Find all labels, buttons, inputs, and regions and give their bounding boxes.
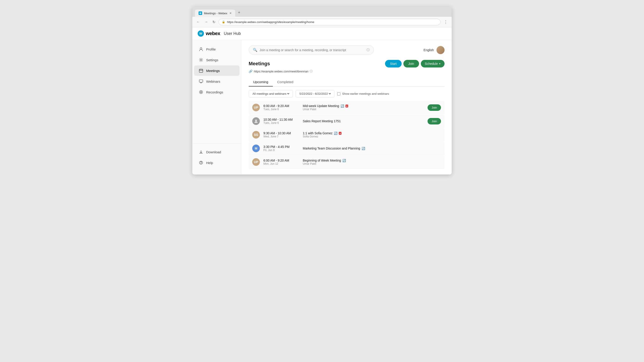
sidebar-item-help[interactable]: Help bbox=[194, 158, 240, 168]
svg-point-9 bbox=[200, 91, 202, 93]
meeting-name: Sales Report Meeting 1751 bbox=[303, 119, 424, 123]
meeting-name: Marketing Team Discussion and Planning 🔄 bbox=[303, 147, 441, 150]
meeting-info: Sales Report Meeting 1751 bbox=[303, 119, 424, 123]
table-row: M 3:30 PM - 4:45 PM Fri, Jun 9 Marketing… bbox=[249, 142, 444, 155]
app-subtitle: User Hub bbox=[224, 31, 241, 36]
meeting-type-select[interactable]: All meetings and webinars bbox=[252, 92, 290, 96]
url-text: https://example.webex.com/webappng/sites… bbox=[227, 20, 314, 24]
svg-text:W: W bbox=[199, 32, 202, 35]
tab-upcoming[interactable]: Upcoming bbox=[249, 78, 273, 86]
search-info-icon[interactable]: ⓘ bbox=[366, 48, 370, 52]
meeting-host: Umar Patel bbox=[303, 108, 424, 111]
app-container: W webex User Hub bbox=[192, 27, 452, 175]
join-button[interactable]: Join bbox=[404, 60, 419, 67]
tab-close-button[interactable]: ✕ bbox=[230, 12, 232, 15]
meeting-join-button[interactable]: Join bbox=[428, 104, 441, 111]
table-row: UP 6:00 AM - 9:20 AM Tues, June 6 Mid-we… bbox=[249, 101, 444, 114]
avatar bbox=[252, 117, 260, 125]
sidebar-download-label: Download bbox=[206, 150, 221, 154]
meeting-info: Beginning of Week Meeting 🔄 Umar Patel bbox=[303, 159, 441, 165]
sidebar-settings-label: Settings bbox=[206, 58, 218, 62]
search-bar: 🔍 ⓘ bbox=[249, 45, 374, 54]
meeting-info: Mid-week Update Meeting 🔄 ● Umar Patel bbox=[303, 104, 424, 111]
download-icon bbox=[198, 149, 204, 154]
meeting-type-filter[interactable]: All meetings and webinars bbox=[249, 90, 293, 97]
sidebar-help-label: Help bbox=[206, 161, 213, 165]
avatar: M bbox=[252, 145, 260, 152]
sidebar-recordings-label: Recordings bbox=[206, 90, 223, 94]
meeting-name: Beginning of Week Meeting 🔄 bbox=[303, 159, 441, 162]
show-earlier-checkbox[interactable] bbox=[337, 92, 340, 95]
meeting-date: Mon, Jun 12 bbox=[264, 162, 299, 165]
meeting-name: 1:1 with Sofia Gomez 🔄 ● bbox=[303, 131, 441, 135]
sidebar-meetings-label: Meetings bbox=[206, 69, 220, 73]
recurrence-icon: 🔄 bbox=[340, 104, 344, 108]
meeting-time-col: 9:30 AM - 10:30 AM Wed, June 7 bbox=[264, 131, 299, 138]
meeting-url-row: 🔗 https://example.webex.com/meet/ibrenna… bbox=[249, 69, 444, 73]
url-info-icon[interactable]: ⓘ bbox=[310, 69, 312, 73]
sidebar-item-recordings[interactable]: Recordings bbox=[194, 87, 240, 97]
date-range-select[interactable]: 5/22/2022 - 6/22/2022 bbox=[298, 92, 332, 96]
svg-rect-7 bbox=[199, 80, 203, 82]
start-button[interactable]: Start bbox=[385, 60, 402, 67]
search-bar-area: 🔍 ⓘ English bbox=[249, 45, 444, 54]
browser-menu-button[interactable]: ⋮ bbox=[442, 18, 449, 25]
link-icon: 🔗 bbox=[249, 69, 252, 73]
meetings-filters: All meetings and webinars 5/22/2022 - 6/… bbox=[249, 90, 444, 97]
meeting-time: 9:30 AM - 10:30 AM bbox=[264, 131, 299, 135]
meeting-date: Wed, June 7 bbox=[264, 135, 299, 138]
sidebar-nav: Profile Settings bbox=[192, 43, 241, 143]
tab-completed[interactable]: Completed bbox=[273, 78, 298, 86]
recurrence-icon: 🔄 bbox=[334, 132, 338, 135]
meetings-title: Meetings bbox=[249, 61, 270, 67]
schedule-label: Schedule bbox=[425, 62, 438, 65]
meeting-date: Fri, Jun 9 bbox=[264, 149, 299, 152]
sidebar-item-settings[interactable]: Settings bbox=[194, 55, 240, 65]
language-label: English bbox=[424, 48, 434, 52]
app-body: Profile Settings bbox=[192, 40, 452, 175]
show-earlier-text: Show earlier meetings and webinars bbox=[342, 92, 389, 95]
meeting-info: 1:1 with Sofia Gomez 🔄 ● Sofia Gomez bbox=[303, 131, 441, 138]
recurrence-icon: 🔄 bbox=[362, 147, 365, 150]
forward-button[interactable]: → bbox=[203, 19, 209, 25]
meeting-time: 3:30 PM - 4:45 PM bbox=[264, 145, 299, 149]
avatar: UP bbox=[252, 104, 260, 111]
user-avatar[interactable] bbox=[436, 46, 444, 54]
search-icon: 🔍 bbox=[253, 48, 258, 52]
sidebar-bottom: Download Help bbox=[192, 143, 241, 171]
show-earlier-label[interactable]: Show earlier meetings and webinars bbox=[337, 92, 389, 95]
sidebar-item-meetings[interactable]: Meetings bbox=[194, 65, 240, 76]
meetings-header: Meetings Start Join Schedule ▾ bbox=[249, 60, 444, 67]
new-tab-button[interactable]: + bbox=[236, 8, 242, 17]
url-bar[interactable]: 🔒 https://example.webex.com/webappng/sit… bbox=[218, 19, 440, 25]
reload-button[interactable]: ↻ bbox=[211, 19, 217, 25]
sidebar-item-profile[interactable]: Profile bbox=[194, 44, 240, 54]
webex-logo-text: webex bbox=[206, 31, 220, 36]
recording-icon: ● bbox=[346, 105, 348, 107]
sidebar: Profile Settings bbox=[192, 40, 242, 175]
search-input[interactable] bbox=[260, 48, 364, 52]
meetings-list: UP 6:00 AM - 9:20 AM Tues, June 6 Mid-we… bbox=[249, 101, 444, 169]
meeting-date: Tues, June 6 bbox=[264, 121, 299, 124]
sidebar-item-webinars[interactable]: Webinars bbox=[194, 76, 240, 86]
sidebar-item-download[interactable]: Download bbox=[194, 147, 240, 157]
date-range-filter[interactable]: 5/22/2022 - 6/22/2022 bbox=[296, 90, 334, 97]
avatar-image bbox=[436, 46, 444, 54]
schedule-button[interactable]: Schedule ▾ bbox=[421, 60, 444, 67]
browser-tab[interactable]: W Meetings - Webex ✕ bbox=[195, 9, 235, 17]
meeting-host: Sofia Gomez bbox=[303, 135, 441, 138]
help-icon bbox=[198, 160, 204, 165]
svg-point-5 bbox=[200, 59, 202, 60]
app-logo: W webex User Hub bbox=[198, 30, 241, 37]
sidebar-webinars-label: Webinars bbox=[206, 79, 220, 83]
meeting-join-button[interactable]: Join bbox=[428, 118, 441, 124]
meeting-time: 10:30 AM - 11:30 AM bbox=[264, 118, 299, 121]
meeting-time-col: 6:00 AM - 9:20 AM Tues, June 6 bbox=[264, 104, 299, 111]
person-icon bbox=[198, 47, 204, 52]
personal-url-link[interactable]: https://example.webex.com/meet/ibrennan bbox=[254, 70, 308, 73]
record-icon bbox=[198, 90, 204, 94]
sidebar-profile-label: Profile bbox=[206, 47, 216, 51]
table-row: 10:30 AM - 11:30 AM Tues, June 6 Sales R… bbox=[249, 115, 444, 128]
recurrence-icon: 🔄 bbox=[342, 159, 346, 162]
back-button[interactable]: ← bbox=[195, 19, 201, 25]
